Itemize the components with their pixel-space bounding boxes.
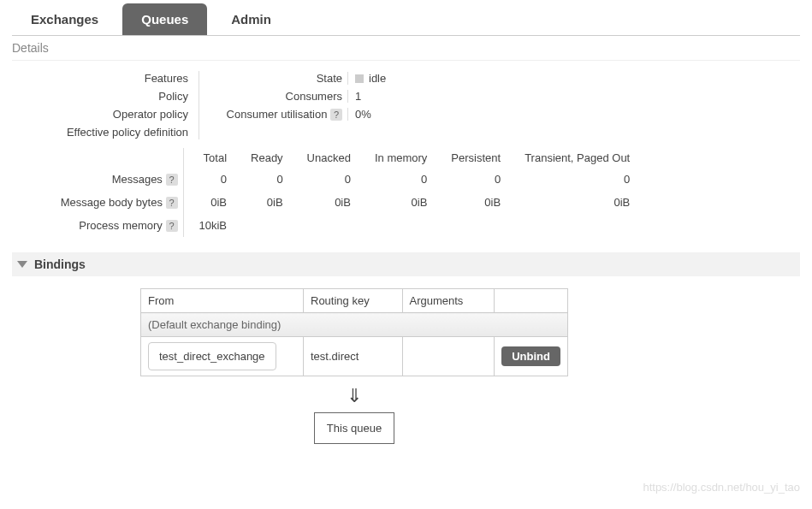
binding-row: test_direct_exchange test.direct Unbind — [141, 337, 568, 376]
cell-ready: 0 — [239, 168, 295, 191]
row-process-memory: Process memory ? 10kiB — [12, 214, 642, 237]
label-messages: Messages — [112, 173, 163, 186]
help-icon[interactable]: ? — [166, 174, 178, 186]
label-operator-policy: Operator policy — [12, 105, 192, 123]
cell-process-memory-total: 10kiB — [187, 214, 240, 237]
col-ready: Ready — [239, 148, 295, 168]
label-state: State — [206, 72, 347, 85]
this-queue-box: This queue — [314, 412, 394, 444]
cell-unacked: 0iB — [295, 191, 363, 214]
col-total: Total — [187, 148, 240, 168]
label-body-bytes: Message body bytes — [61, 196, 163, 209]
th-routing-key: Routing key — [304, 289, 403, 313]
cell-ready: 0iB — [239, 191, 295, 214]
label-features: Features — [12, 69, 192, 87]
tab-bar: Exchanges Queues Admin — [12, 3, 800, 36]
tab-exchanges[interactable]: Exchanges — [12, 3, 117, 35]
down-arrow-icon: ⇓ — [140, 387, 568, 405]
cell-routing-key: test.direct — [304, 337, 403, 376]
help-icon[interactable]: ? — [166, 220, 178, 232]
stats-matrix: Total Ready Unacked In memory Persistent… — [12, 148, 642, 237]
label-bindings: Bindings — [34, 257, 86, 271]
cell-unacked: 0 — [295, 168, 363, 191]
cell-total: 0iB — [187, 191, 240, 214]
value-consumers: 1 — [355, 90, 361, 103]
right-feature-block: State idle Consumers 1 Consumer utilisat… — [206, 69, 463, 123]
col-transient: Transient, Paged Out — [513, 148, 642, 168]
value-consumer-utilisation: 0% — [355, 108, 371, 121]
left-feature-labels: Features Policy Operator policy Effectiv… — [12, 69, 192, 141]
cell-in-memory: 0iB — [363, 191, 439, 214]
row-messages: Messages ? 0 0 0 0 0 0 — [12, 168, 642, 191]
vertical-rule — [199, 71, 199, 139]
cell-in-memory: 0 — [363, 168, 439, 191]
th-arguments: Arguments — [402, 289, 495, 313]
row-body-bytes: Message body bytes ? 0iB 0iB 0iB 0iB 0iB… — [12, 191, 642, 214]
cell-arguments — [402, 337, 495, 376]
state-indicator-icon — [355, 74, 364, 83]
th-action — [495, 289, 568, 313]
unbind-button[interactable]: Unbind — [501, 346, 560, 366]
default-binding-row: (Default exchange binding) — [141, 313, 568, 337]
details-top: Features Policy Operator policy Effectiv… — [12, 69, 800, 141]
label-consumers: Consumers — [206, 90, 347, 103]
cell-transient: 0 — [513, 168, 642, 191]
cell-persistent: 0iB — [439, 191, 513, 214]
label-process-memory: Process memory — [79, 219, 163, 232]
chevron-down-icon — [17, 261, 27, 268]
tab-admin[interactable]: Admin — [212, 3, 290, 35]
label-policy: Policy — [12, 87, 192, 105]
bindings-header[interactable]: Bindings — [12, 252, 800, 276]
col-persistent: Persistent — [439, 148, 513, 168]
th-from: From — [141, 289, 304, 313]
cell-persistent: 0 — [439, 168, 513, 191]
col-in-memory: In memory — [363, 148, 439, 168]
help-icon[interactable]: ? — [166, 197, 178, 209]
default-binding-text: (Default exchange binding) — [141, 313, 568, 337]
cell-transient: 0iB — [513, 191, 642, 214]
cell-total: 0 — [187, 168, 240, 191]
bindings-table: From Routing key Arguments (Default exch… — [140, 288, 568, 376]
label-effective-policy: Effective policy definition — [12, 123, 192, 141]
bindings-table-wrap: From Routing key Arguments (Default exch… — [140, 288, 800, 444]
col-unacked: Unacked — [295, 148, 363, 168]
tab-queues[interactable]: Queues — [122, 3, 207, 35]
help-icon[interactable]: ? — [330, 109, 342, 121]
exchange-link[interactable]: test_direct_exchange — [148, 342, 276, 370]
label-consumer-utilisation: Consumer utilisation — [227, 108, 328, 121]
details-header: Details — [12, 39, 800, 61]
value-state: idle — [369, 72, 386, 85]
